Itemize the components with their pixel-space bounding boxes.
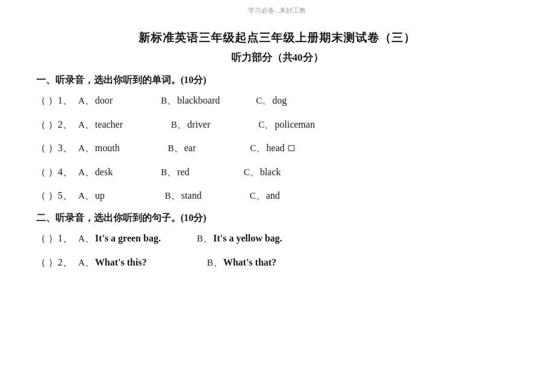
watermark: 学习必备...来好工教: [248, 6, 306, 15]
q1-options: A、 door B、 blackboard C、 dog: [78, 93, 287, 108]
table-row: （ ）4、 A、 desk B、 red C、 black: [36, 164, 518, 180]
q4-opt-b: B、 red: [161, 164, 189, 180]
q5-opt-c: C、 and: [250, 188, 280, 204]
q1-opt-b: B、 blackboard: [161, 93, 220, 108]
s2-q2-options: A、 What's this? B、 What's that?: [78, 255, 276, 270]
s2-q1-opt-b: B、 It's a yellow bag.: [197, 231, 282, 246]
table-row: （ ）2、 A、 What's this? B、 What's that?: [36, 255, 518, 270]
s2-q1-options: A、 It's a green bag. B、 It's a yellow ba…: [78, 231, 282, 246]
q2-opt-c: C、 policeman: [258, 117, 315, 132]
q4-number: （ ）4、: [36, 164, 78, 180]
q5-opt-a: A、 up: [78, 188, 105, 204]
s2-q2-opt-b: B、 What's that?: [207, 255, 276, 270]
s2-q1-number: （ ）1、: [36, 231, 78, 246]
q5-options: A、 up B、 stand C、 and: [78, 188, 280, 204]
q1-opt-a: A、 door: [78, 93, 113, 108]
q3-opt-b: B、 ear: [168, 140, 196, 156]
main-title: 新标准英语三年级起点三年级上册期末测试卷（三）: [36, 30, 518, 46]
s2-q2-opt-a: A、 What's this?: [78, 255, 147, 270]
q4-opt-a: A、 desk: [78, 164, 113, 180]
q4-opt-c: C、 black: [244, 164, 281, 180]
table-row: （ ）1、 A、 door B、 blackboard C、 dog: [36, 93, 518, 108]
small-square-icon: [288, 145, 294, 151]
table-row: （ ）2、 A、 teacher B、 driver C、 policeman: [36, 117, 518, 132]
q3-options: A、 mouth B、 ear C、 head: [78, 140, 294, 156]
title-section: 新标准英语三年级起点三年级上册期末测试卷（三） 听力部分（共40分）: [36, 30, 518, 64]
s2-q2-number: （ ）2、: [36, 255, 78, 270]
q2-opt-b: B、 driver: [171, 117, 210, 132]
listening-section-title: 听力部分（共40分）: [36, 51, 518, 64]
q1-number: （ ）1、: [36, 93, 78, 108]
q5-opt-b: B、 stand: [165, 188, 202, 204]
q1-opt-c: C、 dog: [256, 93, 287, 108]
q2-opt-a: A、 teacher: [78, 117, 123, 132]
q4-options: A、 desk B、 red C、 black: [78, 164, 281, 180]
q2-options: A、 teacher B、 driver C、 policeman: [78, 117, 315, 132]
s2-q1-opt-a: A、 It's a green bag.: [78, 231, 161, 246]
q3-number: （ ）3、: [36, 140, 78, 156]
section-one-header: 一、听录音，选出你听到的单词。(10分): [36, 74, 518, 87]
q5-number: （ ）5、: [36, 188, 78, 204]
q3-opt-a: A、 mouth: [78, 140, 120, 156]
table-row: （ ）3、 A、 mouth B、 ear C、 head: [36, 140, 518, 156]
q2-number: （ ）2、: [36, 117, 78, 132]
section-two-header: 二、听录音，选出你听到的句子。(10分): [36, 212, 518, 225]
q3-opt-c: C、 head: [250, 140, 294, 156]
table-row: （ ）1、 A、 It's a green bag. B、 It's a yel…: [36, 231, 518, 246]
page-content: 新标准英语三年级起点三年级上册期末测试卷（三） 听力部分（共40分） 一、听录音…: [0, 0, 554, 296]
table-row: （ ）5、 A、 up B、 stand C、 and: [36, 188, 518, 204]
